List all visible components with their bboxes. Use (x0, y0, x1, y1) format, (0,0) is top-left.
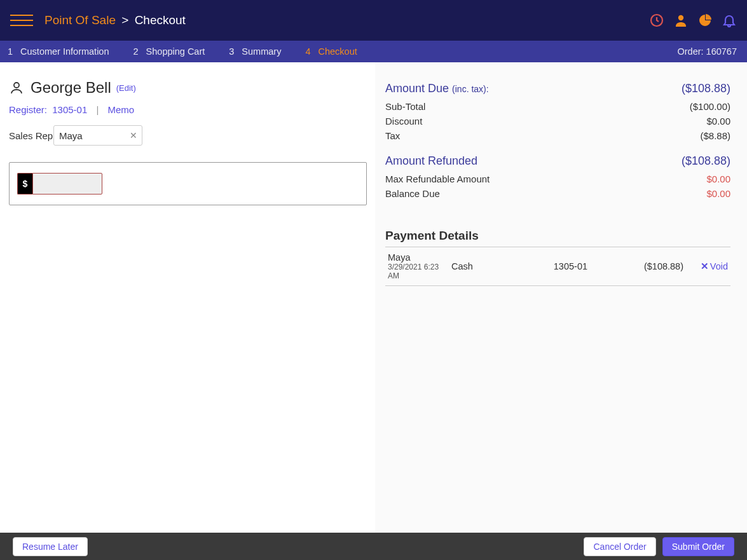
customer-name: George Bell (31, 79, 111, 97)
payment-details-table: Maya 3/29/2021 6:23 AM Cash 1305-01 ($10… (385, 247, 730, 286)
action-footer: Resume Later Cancel Order Submit Order (0, 533, 747, 560)
payment-method: Cash (449, 247, 506, 286)
refunded-value: ($108.88) (682, 153, 730, 170)
order-number: Order: 160767 (677, 46, 737, 57)
close-icon: ✕ (701, 261, 709, 271)
wizard-steps: 1 Customer Information 2 Shopping Cart 3… (0, 41, 747, 62)
pie-chart-icon[interactable] (697, 13, 713, 28)
step-shopping-cart[interactable]: 2 Shopping Cart (134, 46, 205, 57)
tax-label: Tax (385, 128, 400, 143)
hamburger-menu-icon[interactable] (10, 15, 33, 26)
table-row: Maya 3/29/2021 6:23 AM Cash 1305-01 ($10… (385, 247, 730, 286)
void-link[interactable]: ✕Void (701, 261, 728, 271)
payment-user: Maya (388, 252, 446, 263)
checkout-left-panel: George Bell (Edit) Register: 1305-01 | M… (0, 62, 375, 533)
balance-label: Balance Due (385, 186, 440, 201)
amount-due-label: Amount Due (inc. tax): (385, 80, 489, 98)
sales-rep-select[interactable]: ✕ (53, 125, 142, 146)
payment-register: 1305-01 (506, 247, 590, 286)
page-title: Checkout (135, 13, 186, 27)
breadcrumb: Point Of Sale > Checkout (45, 13, 186, 27)
payment-details-title: Payment Details (385, 229, 730, 243)
clear-icon[interactable]: ✕ (130, 130, 137, 140)
svg-point-2 (14, 83, 19, 88)
amount-input[interactable] (32, 173, 102, 195)
register-link[interactable]: 1305-01 (52, 104, 87, 115)
sales-rep-label: Sales Rep (9, 130, 53, 141)
memo-link[interactable]: Memo (108, 104, 135, 115)
payment-entry-box: $ (9, 162, 367, 205)
step-summary[interactable]: 3 Summary (229, 46, 281, 57)
clock-icon[interactable] (649, 13, 664, 28)
dollar-icon: $ (17, 173, 32, 195)
step-checkout[interactable]: 4 Checkout (305, 46, 357, 57)
svg-point-1 (678, 15, 683, 20)
user-icon[interactable] (673, 13, 689, 28)
payment-amount: ($108.88) (590, 247, 686, 286)
app-header: Point Of Sale > Checkout (0, 0, 747, 41)
step-customer-info[interactable]: 1 Customer Information (8, 46, 109, 57)
chevron-right-icon: > (121, 13, 128, 27)
register-label: Register: (9, 104, 47, 115)
tax-value: ($8.88) (700, 128, 730, 143)
payment-date: 3/29/2021 6:23 AM (388, 263, 446, 280)
discount-label: Discount (385, 114, 422, 128)
subtotal-label: Sub-Total (385, 99, 425, 114)
max-refund-value: $0.00 (706, 172, 730, 186)
bell-icon[interactable] (722, 13, 737, 28)
submit-order-button[interactable]: Submit Order (662, 537, 734, 556)
brand-label: Point Of Sale (45, 13, 116, 27)
max-refund-label: Max Refundable Amount (385, 172, 490, 186)
refunded-label: Amount Refunded (385, 153, 477, 170)
edit-customer-link[interactable]: (Edit) (116, 83, 136, 93)
discount-value: $0.00 (706, 114, 730, 128)
subtotal-value: ($100.00) (690, 99, 730, 114)
balance-value: $0.00 (706, 186, 730, 201)
resume-later-button[interactable]: Resume Later (13, 537, 88, 556)
cancel-order-button[interactable]: Cancel Order (584, 537, 655, 556)
amount-due-value: ($108.88) (682, 80, 730, 98)
person-icon (9, 80, 24, 95)
checkout-right-panel: Amount Due (inc. tax): ($108.88) Sub-Tot… (375, 62, 747, 533)
sales-rep-input[interactable] (53, 125, 142, 146)
